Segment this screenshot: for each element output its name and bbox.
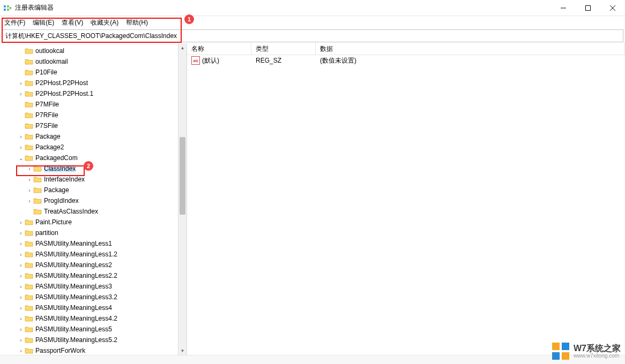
scroll-down-icon[interactable]: ▼ — [178, 346, 187, 355]
col-type[interactable]: 类型 — [251, 43, 316, 55]
chevron-right-icon[interactable]: › — [17, 219, 25, 225]
tree-item[interactable]: ›PASMUtility.MeaningLess2 — [0, 260, 187, 270]
watermark-url: www.w7xitong.com — [574, 353, 621, 359]
address-bar[interactable]: 计算机\HKEY_CLASSES_ROOT\PackagedCom\ClassI… — [2, 29, 623, 42]
chevron-right-icon[interactable]: › — [17, 230, 25, 236]
folder-icon — [25, 69, 33, 76]
watermark-logo-icon — [552, 343, 569, 360]
chevron-right-icon[interactable]: › — [26, 187, 33, 193]
tree-item-label: PASMUtility.MeaningLess5 — [35, 325, 112, 333]
tree-item[interactable]: outlookcal — [0, 46, 187, 56]
window-title: 注册表编辑器 — [15, 3, 54, 12]
svg-rect-1 — [4, 9, 6, 11]
tree-item[interactable]: P7MFile — [0, 99, 187, 110]
tree-item[interactable]: ›PASMUtility.MeaningLess5.2 — [0, 335, 187, 345]
tree-item[interactable]: ›PASMUtility.MeaningLess1 — [0, 238, 187, 249]
menu-edit[interactable]: 编辑(E) — [33, 18, 54, 27]
chevron-right-icon[interactable]: › — [17, 252, 25, 257]
col-data[interactable]: 数据 — [316, 43, 625, 55]
folder-icon — [25, 283, 33, 290]
chevron-right-icon[interactable]: › — [17, 294, 25, 300]
close-button[interactable] — [600, 0, 625, 16]
folder-icon — [33, 165, 42, 172]
chevron-right-icon[interactable]: › — [26, 177, 33, 183]
chevron-right-icon[interactable]: › — [17, 145, 25, 150]
scroll-thumb[interactable] — [180, 137, 185, 215]
tree-item[interactable]: P10File — [0, 67, 187, 78]
value-data: (数值未设置) — [316, 56, 625, 65]
chevron-right-icon[interactable]: › — [17, 134, 25, 140]
menu-view[interactable]: 查看(V) — [62, 18, 83, 27]
values-pane[interactable]: 名称 类型 数据 ab (默认) REG_SZ (数值未设置) — [187, 43, 625, 355]
folder-icon — [25, 122, 33, 130]
tree-item[interactable]: ›P2PHost.P2PHost — [0, 78, 187, 88]
menu-favorites[interactable]: 收藏夹(A) — [91, 18, 118, 27]
chevron-right-icon[interactable]: › — [17, 327, 25, 332]
tree-item[interactable]: ›ProgIdIndex — [0, 195, 187, 206]
tree-item-label: outlookmail — [35, 58, 68, 65]
svg-rect-9 — [552, 343, 560, 350]
chevron-right-icon[interactable]: › — [17, 262, 25, 268]
col-name[interactable]: 名称 — [187, 43, 251, 55]
chevron-right-icon[interactable]: › — [17, 273, 25, 279]
chevron-right-icon[interactable]: › — [17, 241, 25, 247]
window-controls — [551, 0, 625, 16]
chevron-right-icon[interactable]: › — [26, 198, 33, 204]
tree-item[interactable]: ›PASMUtility.MeaningLess4 — [0, 302, 187, 313]
svg-rect-10 — [562, 343, 569, 350]
tree-item-label: PASMUtility.MeaningLess1.2 — [35, 251, 117, 258]
tree-item[interactable]: ›ClassIndex — [0, 163, 187, 174]
titlebar: 注册表编辑器 — [0, 0, 625, 16]
minimize-button[interactable] — [551, 0, 576, 16]
tree-item[interactable]: ›PASMUtility.MeaningLess3.2 — [0, 292, 187, 302]
tree-item-label: P7SFile — [35, 122, 58, 130]
folder-icon — [25, 111, 33, 119]
tree-item[interactable]: ›PassportForWork — [0, 345, 187, 355]
tree-item-label: ClassIndex — [44, 165, 76, 172]
folder-icon — [25, 336, 33, 344]
tree-item[interactable]: TreatAsClassIndex — [0, 206, 187, 217]
tree-item[interactable]: P7SFile — [0, 120, 187, 131]
list-row[interactable]: ab (默认) REG_SZ (数值未设置) — [187, 55, 625, 66]
value-name: (默认) — [202, 56, 219, 65]
tree-item[interactable]: ›Package2 — [0, 142, 187, 153]
tree-item[interactable]: ›PASMUtility.MeaningLess3 — [0, 281, 187, 292]
tree-item[interactable]: ›InterfaceIndex — [0, 174, 187, 185]
tree-item[interactable]: ›PASMUtility.MeaningLess2.2 — [0, 270, 187, 281]
scroll-up-icon[interactable]: ▲ — [178, 43, 187, 52]
tree-item[interactable]: ›Package — [0, 185, 187, 195]
tree-scrollbar[interactable]: ▲ ▼ — [178, 43, 187, 355]
tree-item[interactable]: ›PASMUtility.MeaningLess4.2 — [0, 313, 187, 324]
svg-rect-4 — [10, 7, 11, 9]
chevron-down-icon[interactable]: ⌄ — [17, 155, 25, 161]
chevron-right-icon[interactable]: › — [26, 166, 33, 172]
menu-file[interactable]: 文件(F) — [4, 18, 25, 27]
tree-item[interactable]: ›Package — [0, 131, 187, 142]
chevron-right-icon[interactable]: › — [17, 305, 25, 311]
chevron-right-icon[interactable]: › — [17, 80, 25, 86]
value-type: REG_SZ — [251, 57, 316, 64]
folder-icon — [25, 79, 33, 87]
folder-icon — [33, 208, 42, 215]
tree-item[interactable]: ⌄PackagedCom — [0, 153, 187, 163]
tree-item[interactable]: ›PASMUtility.MeaningLess5 — [0, 324, 187, 335]
svg-rect-3 — [7, 9, 9, 11]
folder-icon — [25, 240, 33, 247]
chevron-right-icon[interactable]: › — [17, 91, 25, 97]
menu-help[interactable]: 帮助(H) — [126, 18, 148, 27]
regedit-icon — [3, 4, 12, 12]
tree-item[interactable]: outlookmail — [0, 56, 187, 67]
tree-item[interactable]: ›Paint.Picture — [0, 217, 187, 228]
tree-item[interactable]: P7RFile — [0, 110, 187, 120]
chevron-right-icon[interactable]: › — [17, 316, 25, 322]
tree-item[interactable]: ›partition — [0, 228, 187, 238]
chevron-right-icon[interactable]: › — [17, 348, 25, 354]
tree-item[interactable]: ›PASMUtility.MeaningLess1.2 — [0, 249, 187, 260]
maximize-button[interactable] — [576, 0, 600, 16]
chevron-right-icon[interactable]: › — [17, 284, 25, 290]
tree-item[interactable]: ›P2PHost.P2PHost.1 — [0, 88, 187, 99]
chevron-right-icon[interactable]: › — [17, 337, 25, 343]
folder-icon — [25, 47, 33, 55]
tree-pane[interactable]: outlookcaloutlookmailP10File›P2PHost.P2P… — [0, 43, 187, 355]
tree-item-label: P7MFile — [35, 101, 59, 108]
